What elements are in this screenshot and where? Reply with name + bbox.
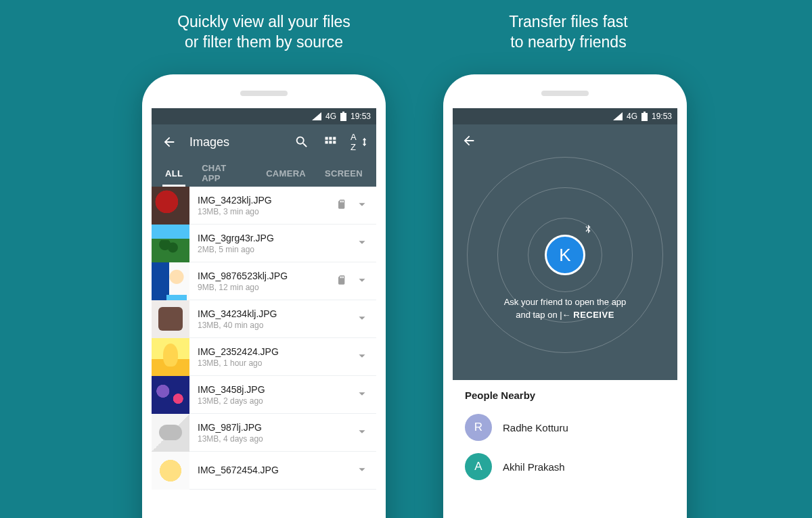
battery-icon [641, 112, 648, 121]
file-meta: IMG_3458j.JPG13MB, 2 days ago [198, 384, 346, 406]
file-thumbnail [152, 300, 189, 338]
my-avatar[interactable]: K [545, 235, 585, 275]
file-row[interactable]: IMG_34234klj.JPG13MB, 40 min ago [152, 300, 376, 338]
radar-scan: K Ask your friend to open the app and ta… [453, 157, 677, 380]
file-row[interactable]: IMG_987lj.JPG13MB, 4 days ago [152, 414, 376, 452]
expand-icon[interactable] [355, 424, 369, 442]
clock-label: 19:53 [652, 112, 672, 121]
file-thumbnail [152, 376, 189, 414]
sd-card-icon [336, 199, 346, 212]
signal-icon [613, 112, 623, 120]
file-meta: IMG_987lj.JPG13MB, 4 days ago [198, 422, 346, 444]
file-row[interactable]: IMG_2352424.JPG13MB, 1 hour ago [152, 338, 376, 376]
file-subtitle: 13MB, 1 hour ago [198, 358, 346, 368]
headline-left: Quickly view all your files or filter th… [129, 12, 399, 53]
svg-rect-2 [325, 137, 328, 140]
file-name: IMG_3grg43r.JPG [198, 233, 346, 243]
file-name: IMG_2352424.JPG [198, 346, 346, 357]
filter-tab[interactable]: CAMERA [256, 160, 315, 187]
svg-rect-4 [333, 137, 336, 140]
status-bar: 4G 19:53 [152, 108, 376, 124]
grid-view-button[interactable] [322, 134, 338, 150]
receive-icon: |← [560, 310, 570, 320]
file-row[interactable]: IMG_9876523klj.JPG9MB, 12 min ago [152, 262, 376, 300]
avatar-initial: K [559, 245, 570, 266]
receive-label: RECEIVE [573, 310, 614, 320]
file-list[interactable]: IMG_3423klj.JPG13MB, 3 min agoIMG_3grg43… [152, 187, 376, 490]
expand-icon[interactable] [355, 348, 369, 366]
file-row[interactable]: IMG_3grg43r.JPG2MB, 5 min ago [152, 225, 376, 262]
network-label: 4G [627, 112, 637, 121]
file-subtitle: 9MB, 12 min ago [198, 283, 328, 292]
svg-rect-0 [340, 113, 346, 121]
file-name: IMG_987lj.JPG [198, 422, 346, 433]
headline-text: Quickly view all your files [177, 13, 351, 30]
file-name: IMG_34234klj.JPG [198, 308, 346, 319]
file-name: IMG_3458j.JPG [198, 384, 346, 395]
filter-tab[interactable]: SCREEN [315, 160, 372, 187]
transfer-hint: Ask your friend to open the app and tap … [453, 296, 677, 322]
headline-text: Transfer files fast [509, 13, 628, 30]
hint-line: Ask your friend to open the app [504, 297, 627, 307]
svg-rect-9 [644, 112, 646, 113]
person-avatar: R [465, 414, 492, 441]
headline-text: or filter them by source [185, 33, 343, 51]
sort-button[interactable]: A Z [351, 134, 367, 150]
sort-label: A Z [351, 132, 363, 152]
expand-icon[interactable] [355, 386, 369, 404]
expand-icon[interactable] [355, 462, 369, 479]
filter-tab[interactable]: CHAT APP [192, 160, 256, 187]
file-thumbnail [152, 187, 189, 225]
file-meta: IMG_3423klj.JPG13MB, 3 min ago [198, 195, 328, 216]
person-name: Akhil Prakash [503, 461, 565, 473]
svg-rect-8 [641, 113, 648, 121]
file-subtitle: 13MB, 40 min ago [198, 321, 346, 330]
phone-frame-files: 4G 19:53 Images A Z [142, 74, 386, 518]
svg-rect-1 [342, 112, 344, 113]
filter-tabs: ALLCHAT APPCAMERASCREEN [152, 160, 376, 187]
person-name: Radhe Kotturu [503, 422, 568, 433]
file-thumbnail [152, 452, 189, 490]
expand-icon[interactable] [355, 235, 369, 252]
file-thumbnail [152, 414, 189, 452]
people-list: RRadhe KotturuAAkhil Prakash [465, 408, 665, 486]
file-row[interactable]: IMG_3458j.JPG13MB, 2 days ago [152, 376, 376, 414]
search-button[interactable] [294, 134, 310, 150]
phone-speaker [240, 91, 288, 96]
hint-line: and tap on [516, 310, 560, 320]
person-row[interactable]: AAkhil Prakash [465, 447, 665, 486]
person-row[interactable]: RRadhe Kotturu [465, 408, 665, 447]
back-button[interactable] [461, 133, 477, 149]
expand-icon[interactable] [355, 310, 369, 328]
clock-label: 19:53 [351, 112, 371, 121]
file-row[interactable]: IMG_5672454.JPG [152, 452, 376, 490]
svg-rect-7 [333, 141, 336, 143]
file-meta: IMG_34234klj.JPG13MB, 40 min ago [198, 308, 346, 330]
phone-frame-transfer: 4G 19:53 K Ask your friend [443, 74, 687, 518]
people-nearby-section: People Nearby RRadhe KotturuAAkhil Praka… [453, 380, 677, 486]
person-avatar: A [465, 453, 492, 480]
file-meta: IMG_9876523klj.JPG9MB, 12 min ago [198, 270, 328, 292]
app-bar: Images A Z ALLCHAT APPCAMERASCREEN [152, 124, 376, 187]
file-meta: IMG_3grg43r.JPG2MB, 5 min ago [198, 233, 346, 254]
phone-screen: 4G 19:53 Images A Z [152, 108, 376, 518]
svg-rect-3 [329, 137, 332, 140]
file-thumbnail [152, 225, 189, 262]
filter-tab[interactable]: ALL [156, 160, 192, 187]
file-name: IMG_3423klj.JPG [198, 195, 328, 206]
file-row[interactable]: IMG_3423klj.JPG13MB, 3 min ago [152, 187, 376, 225]
back-button[interactable] [161, 134, 177, 150]
file-subtitle: 2MB, 5 min ago [198, 245, 346, 254]
file-name: IMG_5672454.JPG [198, 465, 346, 475]
file-name: IMG_9876523klj.JPG [198, 270, 328, 281]
bluetooth-icon [583, 224, 593, 233]
phone-screen: 4G 19:53 K Ask your friend [453, 108, 677, 518]
phone-speaker [541, 91, 589, 96]
network-label: 4G [325, 112, 336, 121]
file-subtitle: 13MB, 4 days ago [198, 434, 346, 444]
headline-text: to nearby friends [510, 33, 626, 51]
expand-icon[interactable] [355, 197, 369, 214]
expand-icon[interactable] [355, 273, 369, 290]
svg-rect-6 [329, 141, 332, 143]
file-thumbnail [152, 338, 189, 376]
